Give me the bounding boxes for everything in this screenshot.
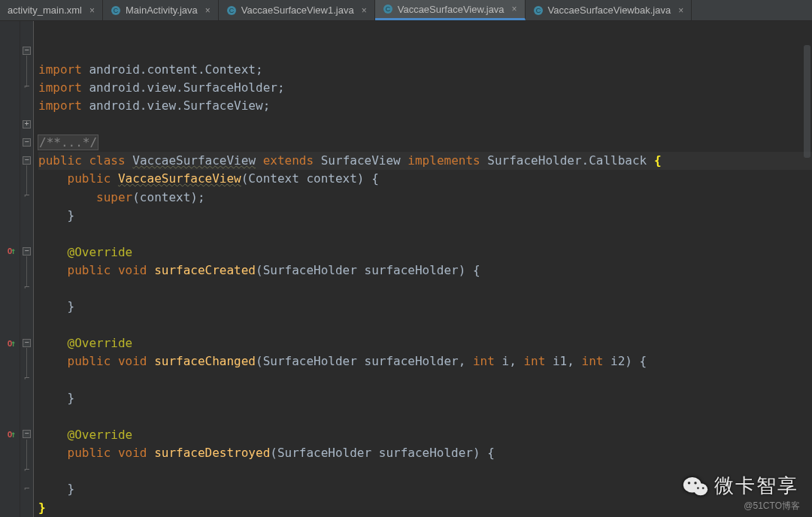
svg-text:C: C: [385, 5, 390, 13]
fold-end-icon[interactable]: ⌐: [23, 83, 31, 91]
close-icon[interactable]: ×: [678, 5, 683, 16]
override-marker-icon[interactable]: [3, 339, 17, 352]
param: i1,: [545, 354, 581, 368]
close-icon[interactable]: ×: [512, 4, 517, 14]
java-file-icon: C: [383, 4, 393, 14]
implements-keyword: implements: [408, 153, 480, 168]
int-keyword: int: [523, 354, 545, 368]
fold-end-icon[interactable]: ⌐: [23, 283, 31, 292]
close-icon[interactable]: ×: [89, 5, 95, 16]
tab-mainactivity-java[interactable]: C MainActivity.java ×: [103, 0, 219, 20]
method-params: (SurfaceHolder surfaceHolder): [256, 263, 465, 277]
public-keyword: public: [68, 354, 111, 368]
override-annotation: @Override: [68, 428, 133, 442]
override-marker-icon[interactable]: [3, 430, 17, 443]
void-keyword: void: [118, 263, 147, 277]
marker-gutter: [0, 21, 20, 517]
java-file-icon: C: [533, 5, 544, 16]
fold-toggle-icon[interactable]: −: [23, 47, 31, 55]
class-name: VaccaeSurfaceView: [132, 153, 256, 168]
fold-end-icon[interactable]: ⌐: [23, 466, 31, 474]
tab-vaccaesurfaceview1-java[interactable]: C VaccaeSurfaceView1.java ×: [219, 0, 375, 20]
java-file-icon: C: [226, 5, 237, 16]
java-file-icon: C: [111, 5, 121, 16]
public-keyword: public: [38, 153, 82, 168]
close-icon[interactable]: ×: [205, 5, 211, 16]
tab-label: activity_main.xml: [8, 5, 82, 16]
tab-label: VaccaeSurfaceView.java: [398, 4, 504, 15]
override-annotation: @Override: [68, 245, 133, 259]
super-args: (context);: [132, 190, 205, 204]
tab-label: VaccaeSurfaceViewbak.java: [548, 5, 671, 16]
fold-end-icon[interactable]: ⌐: [23, 485, 31, 493]
fold-toggle-icon[interactable]: −: [23, 138, 31, 147]
void-keyword: void: [118, 446, 147, 460]
param: i,: [495, 354, 524, 368]
fold-end-icon[interactable]: ⌐: [23, 192, 31, 200]
fold-toggle-icon[interactable]: −: [23, 339, 31, 347]
constructor-name: VaccaeSurfaceView: [118, 171, 241, 186]
svg-text:C: C: [114, 7, 119, 14]
tab-label: MainActivity.java: [126, 5, 198, 16]
class-keyword: class: [89, 153, 125, 168]
interface-name: SurfaceHolder.Callback: [487, 153, 647, 168]
constructor-params: (Context context): [241, 171, 365, 186]
int-keyword: int: [582, 354, 604, 368]
import-path: android.view.SurfaceHolder: [89, 80, 277, 95]
svg-text:C: C: [535, 7, 541, 14]
svg-text:C: C: [229, 7, 235, 14]
folded-javadoc[interactable]: /**...*/: [38, 135, 98, 150]
public-keyword: public: [68, 446, 111, 460]
method-params: (SurfaceHolder surfaceHolder,: [256, 354, 473, 368]
method-name: surfaceDestroyed: [154, 446, 270, 460]
param: i2): [603, 354, 632, 368]
method-params: (SurfaceHolder surfaceHolder): [270, 446, 480, 460]
tab-vaccaesurfaceview-java[interactable]: C VaccaeSurfaceView.java ×: [375, 0, 526, 20]
import-path: android.view.SurfaceView: [89, 98, 262, 113]
int-keyword: int: [473, 354, 495, 368]
superclass-name: SurfaceView: [321, 153, 401, 168]
method-name: surfaceChanged: [154, 354, 256, 368]
public-keyword: public: [68, 263, 111, 277]
fold-gutter: − ⌐ + − − ⌐ − ⌐ − ⌐ − ⌐ ⌐: [20, 21, 34, 517]
vertical-scrollbar-thumb[interactable]: [804, 45, 810, 158]
public-keyword: public: [68, 171, 111, 186]
void-keyword: void: [118, 354, 147, 368]
close-icon[interactable]: ×: [362, 5, 367, 16]
editor-tab-bar: activity_main.xml × C MainActivity.java …: [0, 0, 812, 21]
extends-keyword: extends: [263, 153, 314, 168]
import-keyword: import: [38, 80, 82, 95]
tab-label: VaccaeSurfaceView1.java: [241, 5, 354, 16]
fold-end-icon[interactable]: ⌐: [23, 374, 31, 382]
code-area[interactable]: import android.content.Context;import an…: [34, 21, 812, 517]
fold-toggle-icon[interactable]: −: [23, 247, 31, 255]
override-marker-icon[interactable]: [3, 246, 17, 260]
override-annotation: @Override: [68, 336, 133, 350]
import-keyword: import: [38, 62, 82, 77]
brace-open: {: [654, 153, 662, 168]
tab-vaccaesurfaceviewbak-java[interactable]: C VaccaeSurfaceViewbak.java ×: [526, 0, 692, 20]
fold-toggle-icon[interactable]: −: [23, 430, 31, 438]
method-name: surfaceCreated: [154, 263, 256, 277]
tab-activity-main-xml[interactable]: activity_main.xml ×: [0, 0, 103, 20]
brace-close: }: [38, 500, 46, 515]
super-keyword: super: [96, 190, 132, 204]
fold-toggle-icon[interactable]: +: [23, 120, 31, 128]
import-keyword: import: [38, 98, 82, 113]
code-editor: − ⌐ + − − ⌐ − ⌐ − ⌐ − ⌐ ⌐ import android…: [0, 21, 812, 517]
fold-toggle-icon[interactable]: −: [23, 156, 31, 165]
import-path: android.content.Context: [89, 62, 256, 77]
